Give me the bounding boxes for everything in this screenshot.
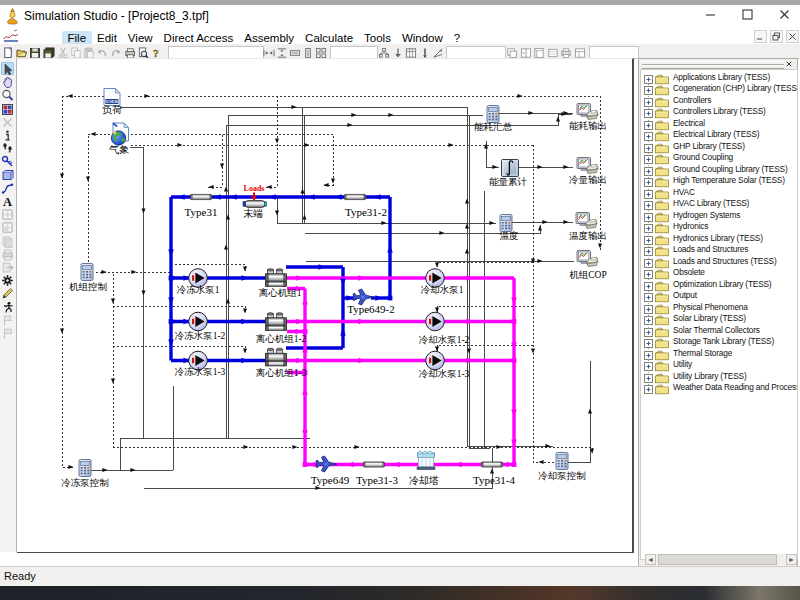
tree-item[interactable]: Ground Coupling Library (TESS)	[641, 163, 798, 175]
same-width-button[interactable]	[289, 45, 302, 57]
key-icon[interactable]	[1, 154, 14, 167]
component-pump[interactable]	[426, 312, 445, 331]
tree-item[interactable]: Cogeneration (CHP) Library (TESS)	[641, 82, 798, 94]
component-valve[interactable]	[316, 456, 337, 472]
mdi-close-button[interactable]	[786, 30, 799, 43]
tree-item[interactable]: Output	[641, 289, 798, 301]
save-button[interactable]	[29, 45, 42, 57]
tree-item[interactable]: Thermal Storage	[641, 347, 798, 359]
gear-icon[interactable]	[1, 273, 14, 286]
component-pump[interactable]	[426, 351, 445, 370]
dice-icon[interactable]	[1, 207, 14, 220]
component-calculator[interactable]	[487, 106, 499, 123]
tree-item[interactable]: Solar Thermal Collectors	[641, 324, 798, 336]
signal-line[interactable]	[130, 147, 144, 438]
scroll-right-arrow[interactable]: ►	[786, 554, 797, 565]
control-link[interactable]	[266, 96, 277, 187]
export-sheet-icon[interactable]	[1, 260, 14, 273]
tree-item[interactable]: Loads and Structures	[641, 243, 798, 255]
help-button[interactable]: ?	[150, 45, 163, 57]
dice2-icon[interactable]	[1, 220, 14, 233]
win-layout-button[interactable]	[574, 45, 587, 57]
zoom-magnifier-icon[interactable]	[1, 88, 14, 101]
align-v-button[interactable]	[276, 45, 289, 57]
grid-align-button[interactable]	[315, 45, 328, 57]
control-link[interactable]	[113, 346, 245, 353]
tree-item[interactable]: GHP Library (TESS)	[641, 140, 798, 152]
control-link[interactable]	[207, 135, 222, 187]
component-calculator[interactable]	[500, 215, 512, 232]
component-globe-page[interactable]	[111, 123, 128, 145]
same-height-button[interactable]	[302, 45, 315, 57]
org-tree-button[interactable]	[378, 45, 391, 57]
component-calculator[interactable]	[81, 264, 93, 281]
minimize-button[interactable]	[703, 7, 718, 22]
tree-item[interactable]: Utility Library (TESS)	[641, 370, 798, 382]
component-pipe[interactable]	[364, 462, 385, 467]
component-tower[interactable]	[417, 451, 435, 470]
info-icon[interactable]	[1, 128, 14, 141]
printer-gray-icon[interactable]	[1, 247, 14, 260]
project-canvas[interactable]: USER 负荷气象能耗汇总能耗输出能量累计冷量输出Type31末端Type31-…	[17, 58, 634, 553]
component-pc-plot[interactable]	[576, 213, 597, 229]
tree-item[interactable]: Applications Library (TESS)	[641, 71, 798, 83]
tree-item[interactable]: Obsolete	[641, 266, 798, 278]
panel-grip[interactable]	[642, 61, 784, 69]
component-integrator[interactable]	[502, 160, 519, 177]
footprints-icon[interactable]	[1, 141, 14, 154]
component-page-user[interactable]	[104, 89, 120, 106]
arrow-down-button[interactable]	[392, 45, 405, 57]
tree-item[interactable]: High Temperature Solar (TESS)	[641, 174, 798, 186]
palette-grid-icon[interactable]	[1, 102, 14, 115]
control-link[interactable]	[175, 264, 245, 271]
tree-item[interactable]: Storage Tank Library (TESS)	[641, 335, 798, 347]
print-button[interactable]	[124, 45, 137, 57]
flag2-icon[interactable]	[1, 326, 14, 339]
component-pipe[interactable]	[345, 194, 366, 199]
component-chiller[interactable]	[266, 348, 287, 366]
control-link[interactable]	[88, 134, 110, 262]
delete-x-icon[interactable]	[1, 115, 14, 128]
tree-item[interactable]: Ground Coupling	[641, 151, 798, 163]
tree-item[interactable]: Hydronics Library (TESS)	[641, 232, 798, 244]
control-link[interactable]	[437, 306, 533, 312]
component-pump[interactable]	[189, 312, 208, 331]
component-pc-plot[interactable]	[577, 104, 598, 120]
component-pc-plot[interactable]	[577, 251, 598, 267]
text-A-icon[interactable]: A	[1, 194, 14, 207]
mdi-restore-button[interactable]	[770, 30, 783, 43]
tree-item[interactable]: HVAC Library (TESS)	[641, 197, 798, 209]
align-h-button[interactable]	[263, 45, 276, 57]
tree-item[interactable]: Hydronics	[641, 220, 798, 232]
component-chiller[interactable]	[266, 313, 287, 331]
flag-icon[interactable]	[1, 313, 14, 326]
signal-line[interactable]	[469, 115, 490, 448]
tree-item[interactable]: HVAC	[641, 186, 798, 198]
win-cascade-button[interactable]	[506, 45, 519, 57]
open-button[interactable]	[16, 45, 29, 57]
control-link[interactable]	[533, 145, 554, 462]
control-link[interactable]	[437, 262, 533, 267]
win-print-button[interactable]	[560, 45, 573, 57]
new-button[interactable]	[2, 45, 15, 57]
panel-close-icon[interactable]	[785, 60, 793, 68]
direct-access-icon[interactable]	[1, 168, 14, 181]
win-split-button[interactable]	[520, 45, 533, 57]
component-fancoil[interactable]	[243, 201, 267, 208]
marker-button[interactable]	[419, 45, 432, 57]
control-link[interactable]	[437, 345, 533, 351]
tree-item[interactable]: Utility	[641, 358, 798, 370]
signal-line[interactable]	[226, 114, 573, 125]
win-sheet-button[interactable]	[547, 45, 560, 57]
tree-item[interactable]: Hydrogen Systems	[641, 209, 798, 221]
component-pc-plot[interactable]	[577, 158, 598, 174]
mdi-minimize-button[interactable]	[754, 30, 767, 43]
tree-item[interactable]: Physical Phenomena	[641, 301, 798, 313]
tree-item[interactable]: Solar Library (TESS)	[641, 312, 798, 324]
pencil-icon[interactable]	[1, 286, 14, 299]
preview-button[interactable]	[137, 45, 150, 57]
link-curve-icon[interactable]	[1, 181, 14, 194]
tree-item[interactable]: Electrical	[641, 117, 798, 129]
close-button[interactable]	[777, 7, 792, 22]
tree-item[interactable]: Loads and Structures (TESS)	[641, 255, 798, 267]
